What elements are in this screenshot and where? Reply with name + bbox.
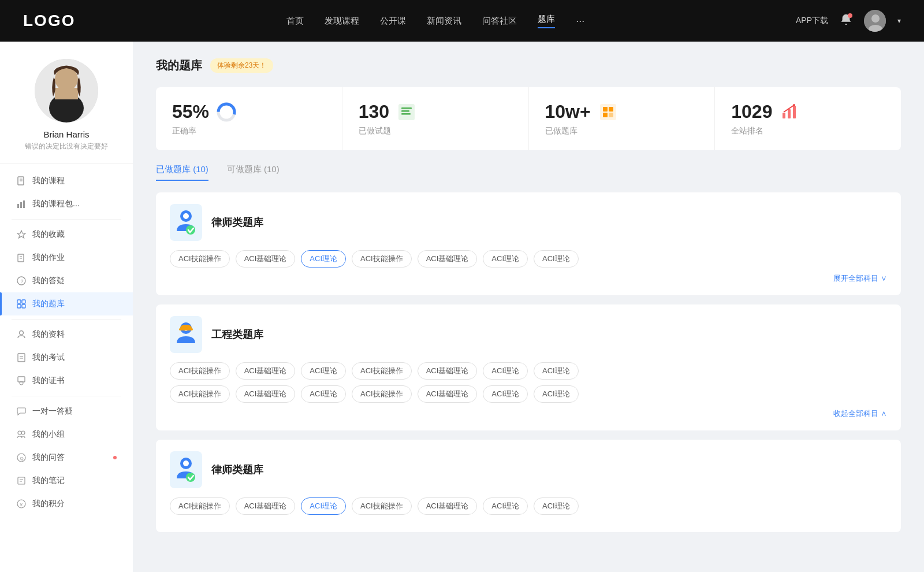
sidebar-item-points[interactable]: ¥ 我的积分: [0, 492, 133, 515]
l2-tag-7[interactable]: ACI理论: [534, 497, 579, 515]
sidebar-item-exams[interactable]: 我的考试: [0, 346, 133, 369]
tag-aci-theory-3[interactable]: ACI理论: [534, 250, 579, 268]
tag-aci-theory-active[interactable]: ACI理论: [301, 250, 346, 268]
tag-aci-skill-2[interactable]: ACI技能操作: [352, 250, 412, 268]
stat-accuracy: 55% 正确率: [156, 87, 342, 150]
nav-links: 首页 发现课程 公开课 新闻资讯 问答社区 题库 ···: [286, 14, 584, 28]
tag-aci-theory-2[interactable]: ACI理论: [483, 250, 528, 268]
l2-tag-6[interactable]: ACI理论: [483, 497, 528, 515]
svg-point-23: [20, 331, 24, 335]
sidebar-item-qasupport[interactable]: ? 我的答疑: [0, 269, 133, 292]
chart-red-icon: [779, 102, 800, 122]
page-title: 我的题库: [156, 58, 202, 73]
profile-motto: 错误的决定比没有决定要好: [25, 142, 108, 151]
svg-point-4: [55, 68, 78, 91]
file-icon: [16, 176, 27, 186]
sidebar-item-myqa-label: 我的问答: [32, 452, 65, 463]
sidebar-item-oneonone[interactable]: 一对一答疑: [0, 400, 133, 423]
svg-rect-40: [398, 104, 415, 120]
logo: LOGO: [23, 12, 75, 30]
tag-aci-skill-1[interactable]: ACI技能操作: [170, 250, 230, 268]
nav-right: APP下载 ▾: [796, 10, 901, 32]
stats-row: 55% 正确率 130: [156, 87, 901, 150]
expand-button-1[interactable]: 展开全部科目 ∨: [170, 273, 887, 284]
svg-rect-45: [603, 107, 608, 112]
nav-link-open[interactable]: 公开课: [380, 16, 406, 27]
eng-tag-9[interactable]: ACI基础理论: [236, 385, 296, 403]
nav-link-news[interactable]: 新闻资讯: [427, 16, 461, 27]
page-layout: Brian Harris 错误的决定比没有决定要好 我的课程 我的课程包...: [0, 0, 924, 572]
profile-name: Brian Harris: [43, 129, 89, 139]
stat-done-banks-value: 10w+: [545, 101, 591, 122]
nav-link-discover[interactable]: 发现课程: [325, 16, 359, 27]
bank-card-engineer-title: 工程类题库: [211, 328, 263, 341]
svg-text:¥: ¥: [20, 502, 23, 507]
stat-done-banks-top: 10w+: [545, 101, 699, 122]
eng-tag-5[interactable]: ACI基础理论: [418, 362, 478, 380]
bank-card-lawyer-1-header: 律师类题库: [170, 204, 887, 241]
sidebar-item-notes[interactable]: 我的笔记: [0, 469, 133, 492]
sidebar-menu: 我的课程 我的课程包... 我的收藏 我的作业: [0, 164, 133, 521]
eng-tag-11[interactable]: ACI技能操作: [352, 385, 412, 403]
collapse-button-engineer[interactable]: 收起全部科目 ∧: [170, 408, 887, 419]
tag-aci-basic-2[interactable]: ACI基础理论: [418, 250, 478, 268]
sidebar-item-homework[interactable]: 我的作业: [0, 246, 133, 269]
bank-card-lawyer-2: 律师类题库 ACI技能操作 ACI基础理论 ACI理论 ACI技能操作 ACI基…: [156, 440, 901, 532]
sidebar-item-groups[interactable]: 我的小组: [0, 423, 133, 446]
svg-rect-10: [17, 204, 19, 208]
sidebar-item-coursepackages[interactable]: 我的课程包...: [0, 192, 133, 216]
tab-done[interactable]: 已做题库 (10): [156, 164, 208, 181]
sidebar-item-favorites[interactable]: 我的收藏: [0, 223, 133, 246]
tab-todo[interactable]: 可做题库 (10): [227, 164, 280, 181]
sidebar-item-exams-label: 我的考试: [32, 352, 65, 363]
eng-tag-2[interactable]: ACI基础理论: [236, 362, 296, 380]
eng-tag-1[interactable]: ACI技能操作: [170, 362, 230, 380]
stat-ranking-label: 全站排名: [731, 126, 885, 136]
sidebar-item-myqa[interactable]: Q 我的问答: [0, 446, 133, 469]
eng-tag-4[interactable]: ACI技能操作: [352, 362, 412, 380]
eng-tag-13[interactable]: ACI理论: [483, 385, 528, 403]
user-avatar[interactable]: [864, 10, 886, 32]
eng-tag-10[interactable]: ACI理论: [301, 385, 346, 403]
svg-rect-22: [22, 304, 25, 308]
user-menu-chevron[interactable]: ▾: [897, 17, 901, 25]
eng-tag-14[interactable]: ACI理论: [534, 385, 579, 403]
eng-tag-6[interactable]: ACI理论: [483, 362, 528, 380]
qa-notification-dot: [113, 456, 117, 459]
award-icon: [16, 376, 27, 386]
stat-accuracy-value: 55%: [172, 101, 209, 122]
svg-marker-13: [17, 231, 25, 238]
sidebar-item-questionbank[interactable]: 我的题库: [0, 292, 133, 315]
sidebar-item-certificates[interactable]: 我的证书: [0, 369, 133, 392]
nav-link-home[interactable]: 首页: [286, 16, 304, 27]
stat-done-banks: 10w+ 已做题库: [529, 87, 716, 150]
sidebar-item-profiledata[interactable]: 我的资料: [0, 323, 133, 346]
eng-tag-8[interactable]: ACI技能操作: [170, 385, 230, 403]
svg-point-55: [186, 225, 195, 235]
trial-badge: 体验剩余23天！: [210, 58, 273, 73]
eng-tag-12[interactable]: ACI基础理论: [418, 385, 478, 403]
svg-rect-24: [18, 354, 25, 362]
sidebar-item-groups-label: 我的小组: [32, 429, 65, 440]
nav-link-qa[interactable]: 问答社区: [482, 16, 517, 27]
sidebar-item-homework-label: 我的作业: [32, 252, 65, 263]
nav-more[interactable]: ···: [576, 15, 584, 27]
l2-tag-5[interactable]: ACI基础理论: [418, 497, 478, 515]
l2-tag-active[interactable]: ACI理论: [301, 497, 346, 515]
l2-tag-2[interactable]: ACI基础理论: [236, 497, 296, 515]
page-header: 我的题库 体验剩余23天！: [156, 58, 901, 73]
sidebar-item-courses[interactable]: 我的课程: [0, 169, 133, 192]
bank-card-engineer-tags-row1: ACI技能操作 ACI基础理论 ACI理论 ACI技能操作 ACI基础理论 AC…: [170, 362, 887, 380]
bank-tabs: 已做题库 (10) 可做题库 (10): [156, 164, 901, 181]
svg-rect-58: [179, 328, 193, 330]
bell-button[interactable]: [840, 13, 852, 28]
svg-rect-51: [793, 106, 796, 118]
l2-tag-1[interactable]: ACI技能操作: [170, 497, 230, 515]
grid-icon: [16, 299, 27, 309]
l2-tag-4[interactable]: ACI技能操作: [352, 497, 412, 515]
eng-tag-3[interactable]: ACI理论: [301, 362, 346, 380]
tag-aci-basic-1[interactable]: ACI基础理论: [236, 250, 296, 268]
eng-tag-7[interactable]: ACI理论: [534, 362, 579, 380]
app-download[interactable]: APP下载: [796, 16, 828, 26]
nav-link-questionbank[interactable]: 题库: [538, 14, 555, 28]
